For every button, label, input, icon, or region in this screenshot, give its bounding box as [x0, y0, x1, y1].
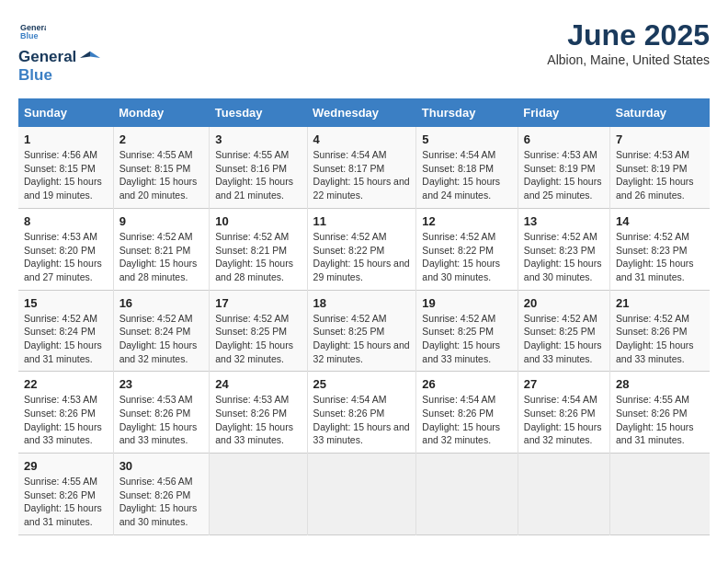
day-info: Sunrise: 4:54 AM Sunset: 8:26 PM Dayligh…	[422, 393, 511, 447]
sunset: Sunset: 8:25 PM	[524, 326, 596, 337]
daylight: Daylight: 15 hours and 31 minutes.	[24, 339, 102, 364]
daylight: Daylight: 15 hours and 29 minutes.	[313, 258, 410, 282]
sunrise: Sunrise: 4:52 AM	[524, 231, 597, 242]
daylight: Daylight: 15 hours and 24 minutes.	[422, 176, 500, 201]
sunrise: Sunrise: 4:54 AM	[313, 394, 387, 405]
column-header-friday: Friday	[518, 98, 609, 127]
calendar-cell: 11 Sunrise: 4:52 AM Sunset: 8:22 PM Dayl…	[307, 208, 416, 290]
day-info: Sunrise: 4:53 AM Sunset: 8:19 PM Dayligh…	[524, 148, 604, 202]
day-info: Sunrise: 4:52 AM Sunset: 8:25 PM Dayligh…	[215, 312, 301, 366]
calendar-cell: 5 Sunrise: 4:54 AM Sunset: 8:18 PM Dayli…	[416, 127, 518, 208]
sunrise: Sunrise: 4:52 AM	[616, 231, 689, 242]
calendar-cell	[307, 454, 416, 535]
calendar-cell: 30 Sunrise: 4:56 AM Sunset: 8:26 PM Dayl…	[113, 454, 210, 535]
day-number: 12	[422, 214, 511, 228]
sunrise: Sunrise: 4:53 AM	[119, 394, 193, 405]
logo-line2: Blue	[18, 66, 76, 85]
daylight: Daylight: 15 hours and 25 minutes.	[524, 176, 602, 201]
daylight: Daylight: 15 hours and 26 minutes.	[616, 176, 694, 201]
daylight: Daylight: 15 hours and 19 minutes.	[24, 176, 102, 201]
sunset: Sunset: 8:23 PM	[616, 245, 688, 256]
day-number: 13	[524, 214, 604, 228]
sunset: Sunset: 8:26 PM	[616, 408, 688, 419]
calendar-cell: 13 Sunrise: 4:52 AM Sunset: 8:23 PM Dayl…	[518, 208, 609, 290]
sunrise: Sunrise: 4:52 AM	[422, 231, 495, 242]
day-number: 24	[215, 377, 301, 391]
daylight: Daylight: 15 hours and 32 minutes.	[215, 339, 293, 364]
sunrise: Sunrise: 4:54 AM	[422, 149, 495, 160]
daylight: Daylight: 15 hours and 33 minutes.	[313, 421, 410, 446]
sunset: Sunset: 8:16 PM	[215, 163, 287, 174]
day-info: Sunrise: 4:53 AM Sunset: 8:20 PM Dayligh…	[24, 230, 108, 284]
calendar-cell: 26 Sunrise: 4:54 AM Sunset: 8:26 PM Dayl…	[416, 372, 518, 454]
daylight: Daylight: 15 hours and 28 minutes.	[119, 258, 198, 282]
sunrise: Sunrise: 4:53 AM	[524, 149, 597, 160]
sunset: Sunset: 8:22 PM	[422, 245, 494, 256]
sunset: Sunset: 8:24 PM	[119, 326, 191, 337]
sunrise: Sunrise: 4:53 AM	[215, 394, 289, 405]
page-header: General Blue General Blue June 2025 Albi…	[18, 18, 710, 84]
daylight: Daylight: 15 hours and 28 minutes.	[215, 258, 293, 282]
daylight: Daylight: 15 hours and 33 minutes.	[119, 421, 198, 446]
day-info: Sunrise: 4:54 AM Sunset: 8:26 PM Dayligh…	[524, 393, 604, 447]
day-number: 8	[24, 214, 108, 228]
day-info: Sunrise: 4:52 AM Sunset: 8:24 PM Dayligh…	[24, 312, 108, 366]
sunrise: Sunrise: 4:54 AM	[422, 394, 495, 405]
sunrise: Sunrise: 4:55 AM	[215, 149, 289, 160]
day-number: 22	[24, 377, 108, 391]
daylight: Daylight: 15 hours and 33 minutes.	[616, 339, 694, 364]
day-info: Sunrise: 4:54 AM Sunset: 8:26 PM Dayligh…	[313, 393, 411, 447]
location: Albion, Maine, United States	[547, 52, 710, 67]
sunrise: Sunrise: 4:53 AM	[24, 231, 97, 242]
day-info: Sunrise: 4:55 AM Sunset: 8:26 PM Dayligh…	[24, 475, 108, 529]
calendar-cell: 21 Sunrise: 4:52 AM Sunset: 8:26 PM Dayl…	[609, 290, 710, 372]
sunset: Sunset: 8:19 PM	[524, 163, 596, 174]
daylight: Daylight: 15 hours and 32 minutes.	[422, 421, 500, 446]
day-number: 28	[616, 377, 704, 391]
calendar-cell: 8 Sunrise: 4:53 AM Sunset: 8:20 PM Dayli…	[18, 208, 113, 290]
calendar-cell: 14 Sunrise: 4:52 AM Sunset: 8:23 PM Dayl…	[609, 208, 710, 290]
column-header-wednesday: Wednesday	[307, 98, 416, 127]
day-info: Sunrise: 4:52 AM Sunset: 8:24 PM Dayligh…	[119, 312, 204, 366]
day-number: 20	[524, 296, 604, 310]
sunset: Sunset: 8:15 PM	[119, 163, 191, 174]
daylight: Daylight: 15 hours and 31 minutes.	[24, 502, 102, 527]
column-header-tuesday: Tuesday	[210, 98, 307, 127]
calendar-cell: 20 Sunrise: 4:52 AM Sunset: 8:25 PM Dayl…	[518, 290, 609, 372]
sunrise: Sunrise: 4:53 AM	[24, 394, 97, 405]
sunset: Sunset: 8:18 PM	[422, 163, 494, 174]
day-info: Sunrise: 4:52 AM Sunset: 8:21 PM Dayligh…	[215, 230, 301, 284]
day-number: 1	[24, 132, 108, 146]
sunset: Sunset: 8:19 PM	[616, 163, 688, 174]
day-info: Sunrise: 4:55 AM Sunset: 8:15 PM Dayligh…	[119, 148, 204, 202]
calendar-cell: 4 Sunrise: 4:54 AM Sunset: 8:17 PM Dayli…	[307, 127, 416, 208]
day-info: Sunrise: 4:52 AM Sunset: 8:23 PM Dayligh…	[616, 230, 704, 284]
logo-line1: General	[18, 48, 76, 66]
calendar-cell: 10 Sunrise: 4:52 AM Sunset: 8:21 PM Dayl…	[210, 208, 307, 290]
calendar-cell: 24 Sunrise: 4:53 AM Sunset: 8:26 PM Dayl…	[210, 372, 307, 454]
day-info: Sunrise: 4:55 AM Sunset: 8:16 PM Dayligh…	[215, 148, 301, 202]
daylight: Daylight: 15 hours and 22 minutes.	[313, 176, 410, 201]
sunrise: Sunrise: 4:56 AM	[24, 149, 97, 160]
calendar-week-row: 22 Sunrise: 4:53 AM Sunset: 8:26 PM Dayl…	[18, 372, 710, 454]
day-number: 18	[313, 296, 411, 310]
column-header-saturday: Saturday	[609, 98, 710, 127]
sunset: Sunset: 8:20 PM	[24, 245, 96, 256]
day-number: 11	[313, 214, 411, 228]
day-number: 16	[119, 296, 204, 310]
calendar-week-row: 15 Sunrise: 4:52 AM Sunset: 8:24 PM Dayl…	[18, 290, 710, 372]
calendar-cell: 2 Sunrise: 4:55 AM Sunset: 8:15 PM Dayli…	[113, 127, 210, 208]
calendar-cell: 1 Sunrise: 4:56 AM Sunset: 8:15 PM Dayli…	[18, 127, 113, 208]
day-number: 3	[215, 132, 301, 146]
sunrise: Sunrise: 4:52 AM	[119, 231, 193, 242]
calendar-cell: 3 Sunrise: 4:55 AM Sunset: 8:16 PM Dayli…	[210, 127, 307, 208]
daylight: Daylight: 15 hours and 33 minutes.	[215, 421, 293, 446]
sunset: Sunset: 8:21 PM	[119, 245, 191, 256]
sunset: Sunset: 8:21 PM	[215, 245, 287, 256]
day-number: 25	[313, 377, 411, 391]
sunset: Sunset: 8:25 PM	[215, 326, 287, 337]
daylight: Daylight: 15 hours and 30 minutes.	[524, 258, 602, 282]
daylight: Daylight: 15 hours and 31 minutes.	[616, 421, 694, 446]
day-number: 9	[119, 214, 204, 228]
daylight: Daylight: 15 hours and 33 minutes.	[524, 339, 602, 364]
